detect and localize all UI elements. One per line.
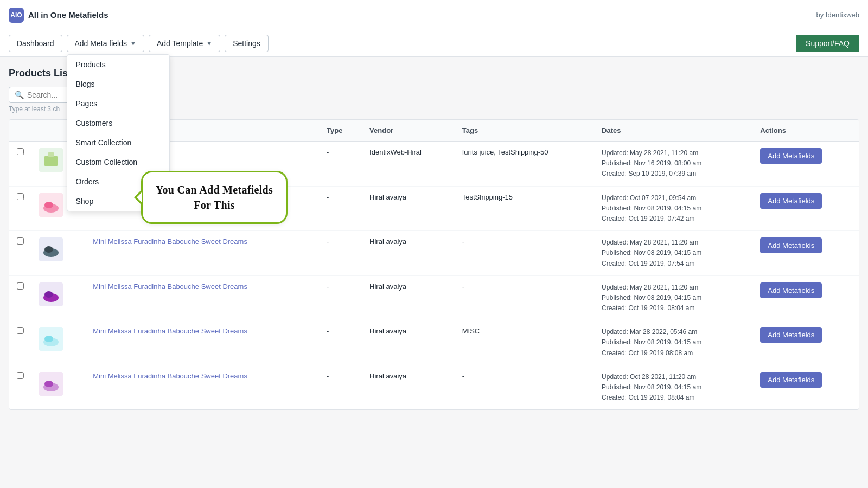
row-checkbox[interactable] [17,327,24,334]
app-logo: AIO All in One Metafields [9,8,108,23]
row-vendor-cell: Hiral avaiya [362,320,455,365]
svg-rect-2 [48,152,54,157]
product-thumbnail [39,372,63,396]
row-checkbox[interactable] [17,193,24,200]
svg-rect-1 [44,156,58,166]
row-checkbox-cell [9,142,31,187]
row-checkbox[interactable] [17,372,24,379]
row-checkbox-cell [9,365,31,409]
row-action-cell: Add Metafields [752,275,859,320]
row-type-cell: - [319,231,362,276]
row-vendor-cell: Hiral avaiya [362,275,455,320]
row-thumb-cell [31,365,85,409]
row-dates-cell: Updated: May 28 2021, 11:20 amPublished:… [594,142,752,187]
table-row: Mini Melissa Furadinha Babouche Sweet Dr… [9,231,859,276]
col-dates: Dates [594,120,752,142]
menu-item-products[interactable]: Products [67,55,169,74]
chevron-down-icon: ▼ [206,40,212,47]
product-thumbnail [39,237,63,261]
table-row: Mini Melissa Furadinha Babouche Sweet Dr… [9,320,859,365]
menu-item-pages[interactable]: Pages [67,94,169,113]
row-checkbox[interactable] [17,282,24,290]
callout-tooltip: You Can Add MetafieldsFor This [141,171,288,224]
row-tags-cell: - [455,365,594,409]
add-metafields-button[interactable]: Add Metafields [760,237,822,253]
chevron-down-icon: ▼ [130,40,136,47]
row-title-cell: Mini Melissa Furadinha Babouche Sweet Dr… [85,231,319,276]
row-dates-cell: Updated: Oct 28 2021, 11:20 amPublished:… [594,365,752,409]
menu-item-blogs[interactable]: Blogs [67,74,169,94]
menu-item-customers[interactable]: Customers [67,113,169,133]
svg-point-11 [44,291,53,298]
row-type-cell: - [319,275,362,320]
row-type-cell: - [319,142,362,187]
row-action-cell: Add Metafields [752,142,859,187]
row-type-cell: - [319,186,362,231]
table-row: Mini Melissa Furadinha Babouche Sweet Dr… [9,275,859,320]
add-metafields-button[interactable]: Add Metafields [760,372,822,388]
row-checkbox[interactable] [17,148,24,155]
product-thumbnail [39,282,63,306]
support-button[interactable]: Support/FAQ [796,35,859,52]
table-row: Mini Melissa Furadinha Babouche Sweet Dr… [9,365,859,409]
product-thumbnail [39,193,63,217]
row-vendor-cell: Hiral avaiya [362,186,455,231]
row-action-cell: Add Metafields [752,320,859,365]
product-title-link[interactable]: Mini Melissa Furadinha Babouche Sweet Dr… [93,237,247,246]
product-title-link[interactable]: Mini Melissa Furadinha Babouche Sweet Dr… [93,282,247,291]
row-dates-cell: Updated: Mar 28 2022, 05:46 amPublished:… [594,320,752,365]
row-checkbox[interactable] [17,237,24,245]
settings-button[interactable]: Settings [225,35,269,52]
top-bar: AIO All in One Metafields by Identixweb [0,0,868,30]
col-type: Type [319,120,362,142]
app-logo-icon: AIO [9,8,24,23]
row-checkbox-cell [9,275,31,320]
app-logo-text: All in One Metafields [28,10,108,20]
row-thumb-cell [31,320,85,365]
col-checkbox [9,120,31,142]
row-tags-cell: - [455,275,594,320]
product-thumbnail [39,327,63,351]
col-vendor: Vendor [362,120,455,142]
menu-item-smart-collection[interactable]: Smart Collection [67,133,169,152]
row-action-cell: Add Metafields [752,186,859,231]
row-tags-cell: TestShipping-15 [455,186,594,231]
svg-point-5 [44,202,53,208]
search-icon: 🔍 [15,91,24,99]
row-dates-cell: Updated: Oct 07 2021, 09:54 amPublished:… [594,186,752,231]
col-actions: Actions [752,120,859,142]
row-vendor-cell: Hiral avaiya [362,231,455,276]
svg-point-8 [44,246,53,253]
product-thumbnail [39,148,63,172]
add-metafields-button[interactable]: Add Metafields [760,327,822,343]
row-action-cell: Add Metafields [752,231,859,276]
product-title-link[interactable]: Mini Melissa Furadinha Babouche Sweet Dr… [93,327,247,335]
add-meta-button[interactable]: Add Meta fields ▼ [67,35,144,52]
menu-item-custom-collection[interactable]: Custom Collection [67,152,169,172]
add-metafields-button[interactable]: Add Metafields [760,148,822,164]
add-template-button[interactable]: Add Template ▼ [149,35,220,52]
add-metafields-button[interactable]: Add Metafields [760,282,822,298]
row-thumb-cell [31,275,85,320]
row-action-cell: Add Metafields [752,365,859,409]
row-title-cell: Mini Melissa Furadinha Babouche Sweet Dr… [85,320,319,365]
add-meta-dropdown[interactable]: Add Meta fields ▼ Products Blogs Pages C… [67,35,144,52]
row-checkbox-cell [9,231,31,276]
row-dates-cell: Updated: May 28 2021, 11:20 amPublished:… [594,275,752,320]
col-tags: Tags [455,120,594,142]
row-thumb-cell [31,231,85,276]
row-checkbox-cell [9,186,31,231]
row-tags-cell: - [455,231,594,276]
row-tags-cell: MISC [455,320,594,365]
svg-point-14 [44,336,53,342]
row-type-cell: - [319,365,362,409]
row-title-cell: Mini Melissa Furadinha Babouche Sweet Dr… [85,275,319,320]
dashboard-button[interactable]: Dashboard [9,35,62,52]
row-vendor-cell: IdentixWeb-Hiral [362,142,455,187]
product-title-link[interactable]: Mini Melissa Furadinha Babouche Sweet Dr… [93,372,247,380]
nav-bar: Dashboard Add Meta fields ▼ Products Blo… [0,30,868,57]
row-dates-cell: Updated: May 28 2021, 11:20 amPublished:… [594,231,752,276]
add-metafields-button[interactable]: Add Metafields [760,193,822,209]
row-tags-cell: furits juice, TestShipping-50 [455,142,594,187]
row-title-cell: Mini Melissa Furadinha Babouche Sweet Dr… [85,365,319,409]
